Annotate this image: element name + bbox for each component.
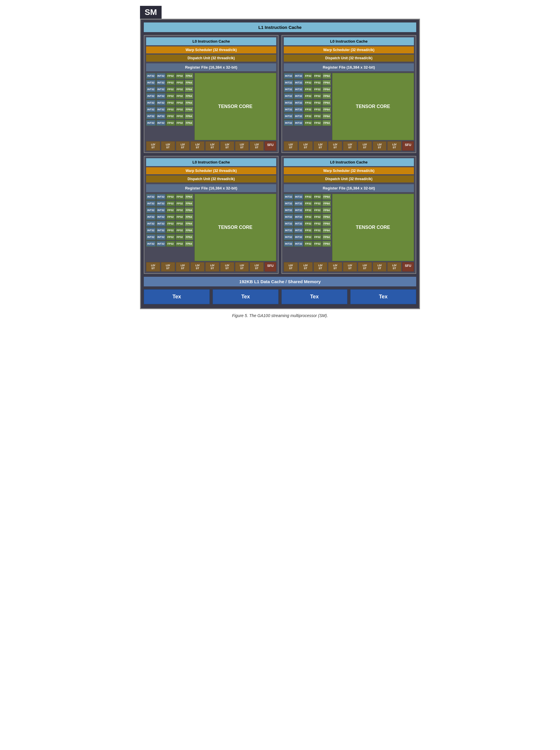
q1-ld-st-row: LD/ST LD/ST LD/ST LD/ST LD/ST LD/ST LD/S… xyxy=(284,141,414,151)
fp64-cell: FP64 xyxy=(185,207,193,213)
int32-cell: INT32 xyxy=(156,106,166,112)
q0-warp-scheduler: Warp Scheduler (32 thread/clk) xyxy=(146,46,276,54)
ld-st-cell: LD/ST xyxy=(220,141,234,151)
fp32-cell: FP32 xyxy=(166,73,175,79)
ld-st-cell: LD/ST xyxy=(314,141,328,151)
fp64-cell: FP64 xyxy=(322,234,331,240)
int32-cell: INT32 xyxy=(294,80,304,85)
fp32-cell: FP32 xyxy=(313,201,322,206)
fp64-cell: FP64 xyxy=(322,241,331,247)
int32-cell: INT32 xyxy=(156,214,166,220)
fp64-cell: FP64 xyxy=(185,73,193,79)
fp32-cell: FP32 xyxy=(313,106,322,112)
q2-register-file: Register File (16,384 x 32-bit) xyxy=(146,184,276,192)
sfu-cell: SFU xyxy=(402,262,414,272)
int32-cell: INT32 xyxy=(284,93,293,99)
q3-compute-area: INT32 INT32 FP32 FP32 FP64 INT32 INT32 F… xyxy=(284,194,414,261)
int32-cell: INT32 xyxy=(146,207,156,213)
fp32-cell: FP32 xyxy=(304,194,313,200)
int32-cell: INT32 xyxy=(146,234,156,240)
fp32-cell: FP32 xyxy=(175,86,184,92)
q2-warp-scheduler: Warp Scheduler (32 thread/clk) xyxy=(146,167,276,174)
int32-cell: INT32 xyxy=(294,113,304,119)
page-wrapper: SM L1 Instruction Cache L0 Instruction C… xyxy=(140,6,420,318)
sfu-cell: SFU xyxy=(402,141,414,151)
fp32-cell: FP32 xyxy=(175,106,184,112)
tex-cell-3: Tex xyxy=(350,289,416,304)
q0-row-7: INT32 INT32 FP32 FP32 FP64 xyxy=(146,120,193,126)
fp32-cell: FP32 xyxy=(166,241,175,247)
q0-ld-st-row: LD/ST LD/ST LD/ST LD/ST LD/ST LD/ST LD/S… xyxy=(146,141,276,151)
l1-data-cache: 192KB L1 Data Cache / Shared Memory xyxy=(144,277,416,287)
q0-row-1: INT32 INT32 FP32 FP32 FP64 xyxy=(146,80,193,85)
q0-dispatch-unit: Dispatch Unit (32 thread/clk) xyxy=(146,55,276,62)
fp64-cell: FP64 xyxy=(322,113,331,119)
fp64-cell: FP64 xyxy=(185,234,193,240)
q0-row-5: INT32 INT32 FP32 FP32 FP64 xyxy=(146,106,193,112)
ld-st-cell: LD/ST xyxy=(190,141,205,151)
fp64-cell: FP64 xyxy=(185,113,193,119)
fp32-cell: FP32 xyxy=(304,93,313,99)
sfu-cell: SFU xyxy=(265,262,276,272)
fp32-cell: FP32 xyxy=(175,93,184,99)
ld-st-cell: LD/ST xyxy=(250,141,264,151)
fp64-cell: FP64 xyxy=(322,221,331,226)
q2-dispatch-unit: Dispatch Unit (32 thread/clk) xyxy=(146,175,276,182)
fp32-cell: FP32 xyxy=(313,86,322,92)
fp32-cell: FP32 xyxy=(166,86,175,92)
ld-st-cell: LD/ST xyxy=(314,262,328,272)
tex-cell-0: Tex xyxy=(144,289,210,304)
int32-cell: INT32 xyxy=(146,73,156,79)
int32-cell: INT32 xyxy=(284,241,293,247)
quadrant-3: L0 Instruction Cache Warp Scheduler (32 … xyxy=(282,156,416,274)
fp64-cell: FP64 xyxy=(185,214,193,220)
int32-cell: INT32 xyxy=(294,106,304,112)
ld-st-cell: LD/ST xyxy=(299,262,313,272)
q1-dispatch-unit: Dispatch Unit (32 thread/clk) xyxy=(284,55,414,62)
int32-cell: INT32 xyxy=(294,234,304,240)
q2-int-fp-col: INT32 INT32 FP32 FP32 FP64 INT32 INT32 F… xyxy=(146,194,193,261)
q3-int-fp-col: INT32 INT32 FP32 FP32 FP64 INT32 INT32 F… xyxy=(284,194,331,261)
ld-st-cell: LD/ST xyxy=(205,141,219,151)
fp32-cell: FP32 xyxy=(166,207,175,213)
fp64-cell: FP64 xyxy=(185,201,193,206)
ld-st-cell: LD/ST xyxy=(328,262,342,272)
quadrant-2: L0 Instruction Cache Warp Scheduler (32 … xyxy=(144,156,278,274)
int32-cell: INT32 xyxy=(146,100,156,106)
ld-st-cell: LD/ST xyxy=(146,141,160,151)
int32-cell: INT32 xyxy=(156,93,166,99)
q2-compute-area: INT32 INT32 FP32 FP32 FP64 INT32 INT32 F… xyxy=(146,194,276,261)
fp64-cell: FP64 xyxy=(185,241,193,247)
fp64-cell: FP64 xyxy=(185,106,193,112)
fp32-cell: FP32 xyxy=(304,86,313,92)
q1-int-fp-col: INT32 INT32 FP32 FP32 FP64 INT32 INT32 F… xyxy=(284,73,331,140)
ld-st-cell: LD/ST xyxy=(250,262,264,272)
q1-row-0: INT32 INT32 FP32 FP32 FP64 xyxy=(284,73,331,79)
fp32-cell: FP32 xyxy=(166,228,175,233)
fp32-cell: FP32 xyxy=(175,221,184,226)
figure-caption: Figure 5. The GA100 streaming multiproce… xyxy=(140,313,420,318)
fp64-cell: FP64 xyxy=(185,93,193,99)
quadrant-row-bottom: L0 Instruction Cache Warp Scheduler (32 … xyxy=(144,156,416,274)
fp64-cell: FP64 xyxy=(322,120,331,126)
fp64-cell: FP64 xyxy=(322,207,331,213)
fp32-cell: FP32 xyxy=(313,93,322,99)
int32-cell: INT32 xyxy=(284,120,293,126)
fp32-cell: FP32 xyxy=(175,234,184,240)
fp32-cell: FP32 xyxy=(166,113,175,119)
q0-l0-cache: L0 Instruction Cache xyxy=(146,37,276,45)
int32-cell: INT32 xyxy=(294,86,304,92)
tex-cell-1: Tex xyxy=(213,289,278,304)
q0-int-fp-col: INT32 INT32 FP32 FP32 FP64 INT32 INT32 F… xyxy=(146,73,193,140)
ld-st-cell: LD/ST xyxy=(328,141,342,151)
fp64-cell: FP64 xyxy=(185,100,193,106)
fp32-cell: FP32 xyxy=(166,214,175,220)
q0-row-6: INT32 INT32 FP32 FP32 FP64 xyxy=(146,113,193,119)
fp64-cell: FP64 xyxy=(185,120,193,126)
q1-l0-cache: L0 Instruction Cache xyxy=(284,37,414,45)
int32-cell: INT32 xyxy=(146,113,156,119)
q0-register-file: Register File (16,384 x 32-bit) xyxy=(146,63,276,71)
int32-cell: INT32 xyxy=(284,106,293,112)
int32-cell: INT32 xyxy=(284,221,293,226)
fp32-cell: FP32 xyxy=(166,93,175,99)
